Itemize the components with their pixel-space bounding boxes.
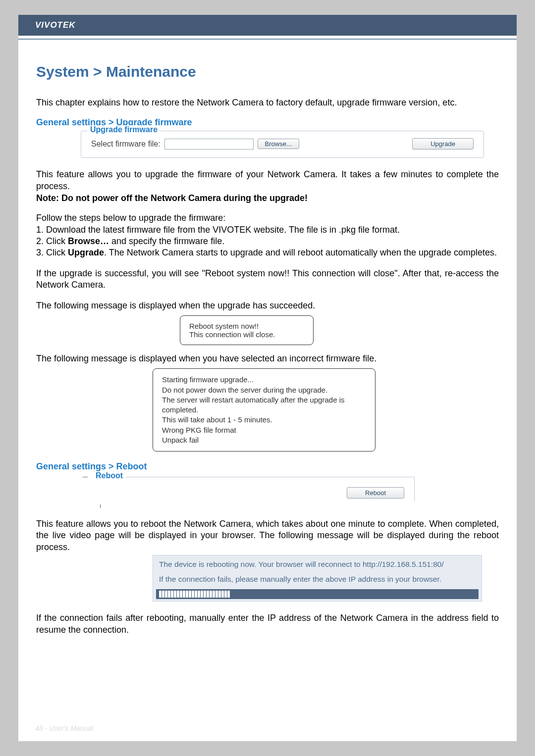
progress-block xyxy=(159,591,161,598)
progress-block xyxy=(189,591,191,598)
success-msg-line1: Reboot system now!! xyxy=(189,322,304,330)
upgrade-controls-row: Select firmware file: Browse... Upgrade xyxy=(91,138,474,150)
reboot-message-panel: The device is rebooting now. Your browse… xyxy=(153,555,482,602)
progress-block xyxy=(204,591,206,598)
fail-message-box: Starting firmware upgrade... Do not powe… xyxy=(153,368,375,452)
fail-msg-line2: Do not power down the server during the … xyxy=(162,385,366,395)
firmware-file-input[interactable] xyxy=(164,139,254,150)
page-header: VIVOTEK xyxy=(18,15,517,36)
upgrade-fieldset: Upgrade firmware Select firmware file: B… xyxy=(81,131,484,158)
success-message-box: Reboot system now!! This connection will… xyxy=(180,315,314,345)
steps-intro: Follow the steps below to upgrade the fi… xyxy=(36,212,499,224)
success-msg-line2: This connection will close. xyxy=(189,330,304,339)
brand-logo: VIVOTEK xyxy=(35,20,76,30)
msg-success-intro: The following message is displayed when … xyxy=(36,300,499,311)
step3-prefix: 3. Click xyxy=(36,248,68,257)
progress-block xyxy=(213,591,215,598)
reboot-row: Reboot xyxy=(106,487,404,499)
progress-block xyxy=(168,591,170,598)
progress-block xyxy=(224,591,227,598)
page-footer: 48 - User's Manual xyxy=(35,724,93,732)
reboot-msg-line1: The device is rebooting now. Your browse… xyxy=(156,557,479,572)
progress-block xyxy=(177,591,179,598)
step2-bold: Browse… xyxy=(68,236,109,246)
browse-button[interactable]: Browse... xyxy=(258,139,299,149)
content-area: System > Maintenance This chapter explai… xyxy=(18,40,517,636)
page: VIVOTEK System > Maintenance This chapte… xyxy=(18,15,517,741)
progress-block xyxy=(162,591,164,598)
step-2: 2. Click Browse… and specify the firmwar… xyxy=(36,236,499,247)
reboot-legend: Reboot xyxy=(93,471,126,480)
progress-block xyxy=(198,591,200,598)
reboot-fieldset: – Reboot Reboot xyxy=(96,477,415,502)
fail-msg-line5: Wrong PKG file format xyxy=(162,425,366,435)
step3-bold: Upgrade xyxy=(68,248,104,257)
progress-block xyxy=(180,591,182,598)
progress-block xyxy=(186,591,188,598)
fail-msg-line4: This will take about 1 - 5 minutes. xyxy=(162,415,366,425)
firmware-file-label: Select firmware file: xyxy=(91,140,160,149)
progress-block xyxy=(192,591,194,598)
upgrade-desc: This feature allows you to upgrade the f… xyxy=(36,169,499,192)
progress-block xyxy=(221,591,224,598)
reboot-button[interactable]: Reboot xyxy=(347,487,404,499)
reboot-section-title: General settings > Reboot xyxy=(36,461,499,472)
fail-msg-line1: Starting firmware upgrade... xyxy=(162,375,366,385)
success-intro: If the upgrade is successful, you will s… xyxy=(36,268,499,291)
reboot-closing: If the connection fails after rebooting,… xyxy=(36,612,499,636)
progress-block xyxy=(174,591,176,598)
upgrade-legend: Upgrade firmware xyxy=(87,125,160,134)
page-title: System > Maintenance xyxy=(36,63,499,80)
msg-fail-intro: The following message is displayed when … xyxy=(36,353,499,364)
progress-block xyxy=(210,591,212,598)
progress-block xyxy=(207,591,209,598)
upgrade-steps: Follow the steps below to upgrade the fi… xyxy=(36,212,499,259)
step2-prefix: 2. Click xyxy=(36,236,68,246)
step-3: 3. Click Upgrade. The Network Camera sta… xyxy=(36,247,499,258)
upgrade-button[interactable]: Upgrade xyxy=(412,138,474,150)
step-1: 1. Download the latest firmware file fro… xyxy=(36,224,499,236)
step2-suffix: and specify the firmware file. xyxy=(109,236,224,246)
progress-block xyxy=(183,591,185,598)
intro-paragraph: This chapter explains how to restore the… xyxy=(36,97,499,108)
progress-block xyxy=(171,591,173,598)
reboot-msg-line2: If the connection fails, please manually… xyxy=(156,572,479,587)
legend-dash: – xyxy=(81,471,90,482)
reboot-desc: This feature allows you to reboot the Ne… xyxy=(36,518,499,553)
upgrade-note: Note: Do not power off the Network Camer… xyxy=(36,193,499,203)
progress-block xyxy=(165,591,167,598)
progress-block xyxy=(227,591,230,598)
fail-msg-line6: Unpack fail xyxy=(162,435,366,445)
tick-mark: ı xyxy=(100,503,499,509)
step3-suffix: . The Network Camera starts to upgrade a… xyxy=(104,248,497,257)
progress-block xyxy=(215,591,218,598)
progress-block xyxy=(201,591,203,598)
progress-block xyxy=(218,591,221,598)
fail-msg-line3: The server will restart automatically af… xyxy=(162,395,366,415)
progress-block xyxy=(195,591,197,598)
progress-bar xyxy=(156,589,479,599)
